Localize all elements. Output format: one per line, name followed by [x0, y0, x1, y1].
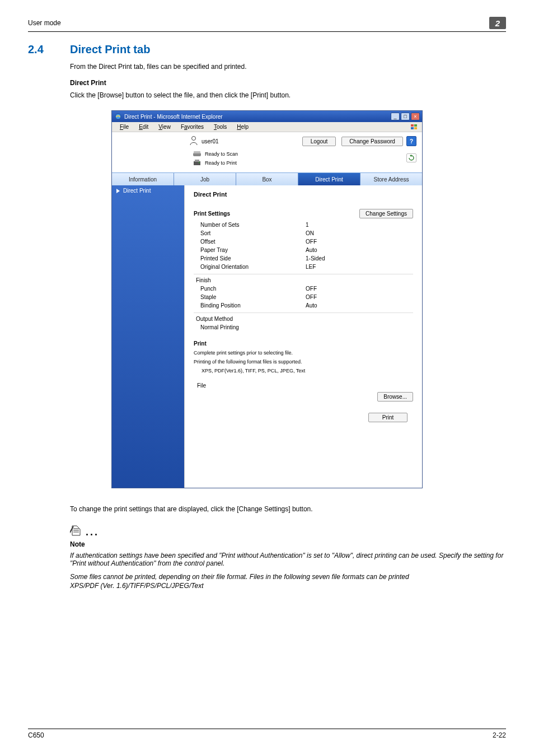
section-heading: 2.4 Direct Print tab — [28, 43, 506, 56]
user-icon — [189, 136, 198, 147]
minimize-button[interactable]: _ — [391, 113, 400, 120]
below-text: To change the print settings that are di… — [70, 505, 506, 513]
print-msg-2: Printing of the following format files i… — [194, 359, 413, 365]
browse-button[interactable]: Browse... — [377, 392, 413, 402]
k-bind: Binding Position — [194, 302, 294, 309]
k-punch: Punch — [194, 286, 294, 292]
change-settings-button[interactable]: Change Settings — [359, 209, 413, 218]
titlebar: Direct Print - Microsoft Internet Explor… — [112, 111, 422, 122]
section-intro: From the Direct Print tab, files can be … — [70, 63, 506, 71]
svg-rect-3 — [411, 127, 414, 129]
note-block: ... Note If authentication settings have… — [70, 524, 506, 590]
print-settings-rows: Number of Sets1 SortON OffsetOFF Paper T… — [194, 221, 413, 271]
menu-view[interactable]: View — [154, 124, 175, 130]
sub-heading: Direct Print — [70, 79, 506, 87]
section-number: 2.4 — [28, 43, 70, 56]
print-settings-head: Print Settings Change Settings — [194, 209, 413, 218]
svg-point-5 — [192, 137, 196, 141]
menu-tools[interactable]: Tools — [209, 124, 231, 130]
menu-favorites[interactable]: Favorites — [176, 124, 208, 130]
v-offset: OFF — [294, 239, 413, 245]
finish-group: Finish PunchOFF StapleOFF Binding Positi… — [194, 274, 413, 310]
v-side: 1-Sided — [294, 255, 413, 262]
logout-button[interactable]: Logout — [302, 137, 336, 146]
menu-help[interactable]: Help — [232, 124, 253, 130]
change-password-button[interactable]: Change Password — [341, 137, 403, 146]
svg-point-10 — [199, 162, 200, 163]
file-row: File — [194, 382, 413, 389]
k-tray: Paper Tray — [194, 247, 294, 253]
k-sort: Sort — [194, 230, 294, 236]
tab-job[interactable]: Job — [174, 173, 236, 185]
windows-logo-icon — [410, 123, 419, 131]
chapter-badge: 2 — [489, 17, 506, 29]
k-orient: Original Orientation — [194, 264, 294, 270]
svg-rect-9 — [195, 160, 199, 162]
menu-edit[interactable]: Edit — [134, 124, 153, 130]
printer-icon — [193, 159, 202, 167]
print-area: Print Complete print settings prior to s… — [194, 340, 413, 422]
note-line-2: Some files cannot be printed, depending … — [70, 573, 506, 581]
header-title: User mode — [28, 19, 489, 27]
svg-rect-1 — [411, 124, 414, 127]
tab-direct-print[interactable]: Direct Print — [298, 173, 360, 185]
tab-box[interactable]: Box — [236, 173, 298, 185]
v-tray: Auto — [294, 247, 413, 253]
user-name: user01 — [202, 138, 219, 144]
nav-tabs: Information Job Box Direct Print Store A… — [112, 173, 422, 185]
sidebar-item-direct-print[interactable]: Direct Print — [112, 185, 184, 196]
v-orient: LEF — [294, 264, 413, 270]
sub-text: Click the [Browse] button to select the … — [70, 91, 506, 99]
print-msg-3: XPS, PDF(Ver1.6), TIFF, PS, PCL, JPEG, T… — [194, 368, 413, 374]
print-head: Print — [194, 340, 413, 347]
v-punch: OFF — [294, 286, 413, 292]
ellipsis-icon: ... — [86, 526, 99, 538]
v-sort: ON — [294, 230, 413, 236]
sidebar: Direct Print — [112, 185, 185, 488]
ie-icon — [114, 113, 122, 120]
app-top: user01 Logout Change Password ? Ready to… — [112, 132, 422, 173]
footer-rule — [28, 729, 506, 729]
outmethod-value: Normal Printing — [194, 324, 294, 330]
note-line-1: If authentication settings have been spe… — [70, 552, 506, 567]
v-staple: OFF — [294, 294, 413, 300]
print-settings-label: Print Settings — [194, 211, 230, 217]
menu-file[interactable]: File — [115, 124, 133, 130]
status-block: Ready to Scan Ready to Print — [193, 150, 416, 167]
v-bind: Auto — [294, 302, 413, 309]
main-title: Direct Print — [194, 188, 413, 201]
sidebar-item-label: Direct Print — [123, 188, 151, 194]
status-scan: Ready to Scan — [205, 151, 238, 157]
svg-rect-7 — [194, 151, 200, 153]
file-label: File — [194, 382, 224, 389]
close-button[interactable]: × — [411, 113, 420, 120]
note-line-3: XPS/PDF (Ver. 1.6)/TIFF/PS/PCL/JPEG/Text — [70, 582, 506, 590]
print-button[interactable]: Print — [368, 413, 407, 422]
k-staple: Staple — [194, 294, 294, 300]
finish-head: Finish — [194, 277, 413, 283]
help-button[interactable]: ? — [406, 136, 416, 146]
maximize-button[interactable]: □ — [401, 113, 410, 120]
section-title: Direct Print tab — [70, 43, 150, 56]
titlebar-buttons: _ □ × — [391, 113, 420, 120]
window-title: Direct Print - Microsoft Internet Explor… — [124, 114, 391, 120]
k-num-sets: Number of Sets — [194, 222, 294, 228]
hint-icon — [70, 524, 82, 538]
tab-store-address[interactable]: Store Address — [360, 173, 422, 185]
app-body: Direct Print Direct Print Print Settings… — [112, 185, 422, 488]
k-offset: Offset — [194, 239, 294, 245]
browser-window: Direct Print - Microsoft Internet Explor… — [111, 110, 423, 488]
outmethod-head: Output Method — [194, 316, 413, 322]
header-rule — [28, 31, 506, 32]
main-panel: Direct Print Print Settings Change Setti… — [185, 185, 422, 488]
note-title: Note — [70, 540, 506, 548]
k-side: Printed Side — [194, 255, 294, 262]
output-method-group: Output Method Normal Printing — [194, 312, 413, 332]
svg-rect-4 — [414, 127, 417, 129]
triangle-icon — [116, 189, 120, 193]
print-msg-1: Complete print settings prior to selecti… — [194, 350, 413, 356]
tab-information[interactable]: Information — [112, 173, 174, 185]
app-top-row: user01 Logout Change Password ? — [118, 136, 416, 147]
footer-right: 2-22 — [493, 731, 506, 739]
refresh-button[interactable] — [406, 153, 416, 162]
